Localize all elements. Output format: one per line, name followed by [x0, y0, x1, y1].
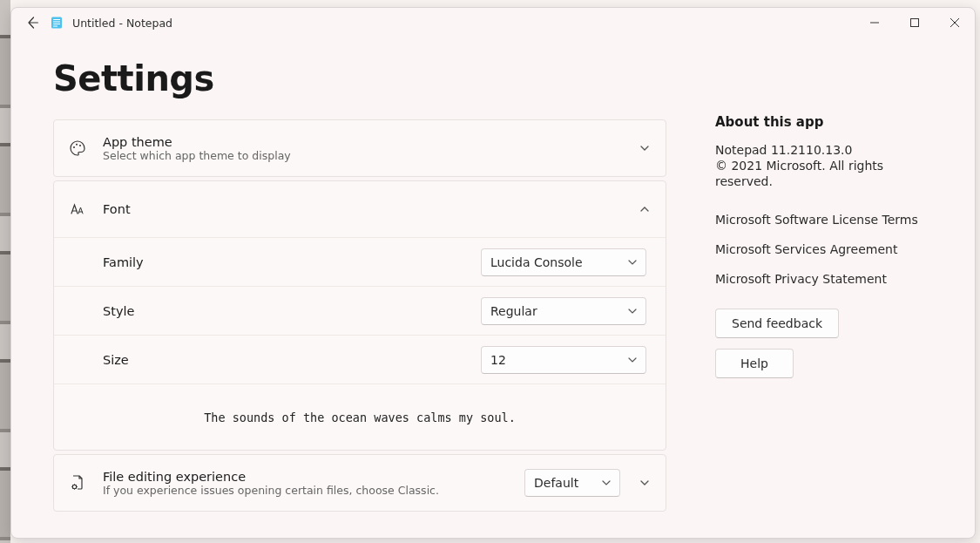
svg-point-4: [79, 145, 81, 146]
font-family-select[interactable]: Lucida Console: [481, 248, 646, 276]
chevron-down-icon: [628, 307, 637, 316]
chevron-down-icon: [639, 475, 650, 492]
main-column: Settings App theme Select which app them…: [53, 58, 666, 527]
about-column: About this app Notepad 11.2110.13.0 © 20…: [715, 58, 933, 527]
services-link[interactable]: Microsoft Services Agreement: [715, 242, 933, 256]
font-style-value: Regular: [490, 304, 537, 318]
about-buttons: Send feedback Help: [715, 309, 933, 378]
chevron-down-icon: [628, 258, 637, 267]
font-preview-text: The sounds of the ocean waves calms my s…: [54, 383, 666, 450]
maximize-icon: [910, 18, 919, 27]
font-size-value: 12: [490, 353, 506, 367]
back-button[interactable]: [18, 8, 48, 37]
file-editing-select[interactable]: Default: [524, 469, 620, 497]
font-size-label: Size: [103, 353, 481, 367]
titlebar: Untitled - Notepad: [11, 8, 975, 37]
notepad-window: Untitled - Notepad Settings App theme: [10, 7, 976, 539]
notepad-app-icon: [48, 14, 65, 31]
font-style-label: Style: [103, 304, 481, 318]
font-card: Font Family Lucida Console Style: [53, 180, 666, 451]
desktop-left-strip: [0, 0, 10, 543]
file-gear-icon: [68, 474, 87, 492]
file-editing-sub: If you experience issues opening certain…: [103, 484, 524, 497]
page-title: Settings: [53, 58, 666, 98]
minimize-icon: [870, 18, 879, 27]
font-family-label: Family: [103, 255, 481, 269]
font-family-value: Lucida Console: [490, 255, 583, 269]
chevron-up-icon: [639, 201, 650, 218]
arrow-left-icon: [26, 16, 40, 30]
file-editing-heading: File editing experience: [103, 470, 524, 484]
file-editing-card: File editing experience If you experienc…: [53, 454, 666, 512]
maximize-button[interactable]: [895, 10, 935, 36]
page-body: Settings App theme Select which app them…: [11, 37, 975, 538]
license-link[interactable]: Microsoft Software License Terms: [715, 213, 933, 227]
svg-point-2: [73, 146, 75, 148]
font-size-select[interactable]: 12: [481, 346, 646, 374]
privacy-link[interactable]: Microsoft Privacy Statement: [715, 272, 933, 286]
svg-point-3: [76, 144, 78, 146]
about-version: Notepad 11.2110.13.0: [715, 142, 933, 158]
minimize-button[interactable]: [855, 10, 895, 36]
file-editing-value: Default: [534, 476, 578, 490]
close-icon: [950, 18, 959, 27]
window-title: Untitled - Notepad: [72, 17, 172, 30]
app-theme-expander[interactable]: App theme Select which app theme to disp…: [54, 120, 666, 176]
font-style-select[interactable]: Regular: [481, 297, 646, 325]
palette-icon: [68, 139, 87, 157]
close-button[interactable]: [935, 10, 975, 36]
font-icon: [68, 200, 87, 218]
app-theme-heading: App theme: [103, 135, 639, 149]
chevron-down-icon: [639, 140, 650, 157]
about-heading: About this app: [715, 114, 933, 130]
app-theme-sub: Select which app theme to display: [103, 149, 639, 162]
font-heading: Font: [103, 202, 639, 216]
font-expander[interactable]: Font: [54, 181, 666, 237]
font-style-row: Style Regular: [54, 286, 666, 335]
send-feedback-button[interactable]: Send feedback: [715, 309, 839, 338]
svg-rect-1: [911, 19, 919, 27]
font-family-row: Family Lucida Console: [54, 237, 666, 286]
file-editing-expander[interactable]: File editing experience If you experienc…: [54, 455, 666, 511]
app-theme-card: App theme Select which app theme to disp…: [53, 119, 666, 177]
chevron-down-icon: [628, 356, 637, 364]
help-button[interactable]: Help: [715, 349, 794, 378]
chevron-down-icon: [602, 479, 611, 487]
about-links: Microsoft Software License Terms Microso…: [715, 213, 933, 286]
font-size-row: Size 12: [54, 335, 666, 383]
about-copyright: © 2021 Microsoft. All rights reserved.: [715, 158, 933, 189]
